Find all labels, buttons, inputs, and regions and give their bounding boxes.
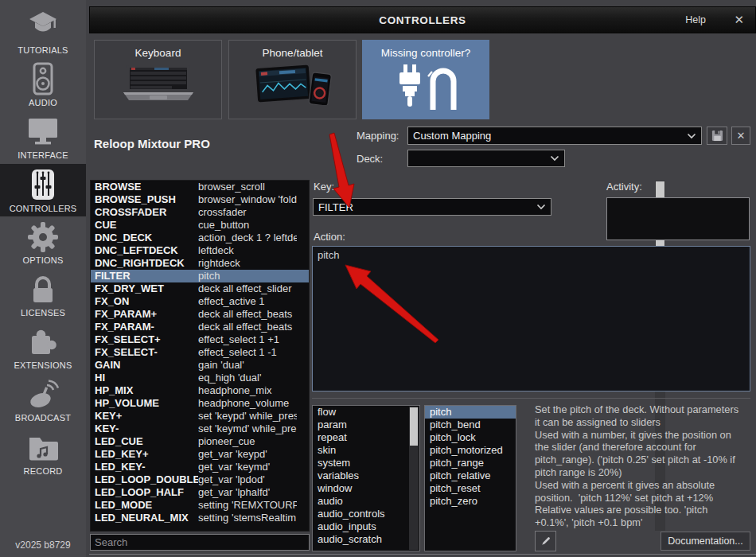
key-action: deck all effect_slider xyxy=(198,282,297,295)
category-item[interactable]: system xyxy=(313,457,419,469)
mapping-delete-button[interactable]: ✕ xyxy=(731,127,750,145)
key-mapping-list[interactable]: BROWSE browser_scroll BROWSE_PUSH browse… xyxy=(90,180,310,532)
key-mapping-row[interactable]: FX_DRY_WET deck all effect_slider xyxy=(91,282,309,295)
key-mapping-row[interactable]: FILTER pitch xyxy=(91,270,309,282)
sidebar-item-options[interactable]: OPTIONS xyxy=(0,221,86,265)
category-item[interactable]: variables xyxy=(313,469,419,482)
key-mapping-row[interactable]: HP_MIX headphone_mix xyxy=(91,384,309,397)
key-mapping-row[interactable]: HP_VOLUME headphone_volume xyxy=(91,397,309,410)
key-mapping-row[interactable]: FX_ON effect_active 1 xyxy=(91,295,309,308)
key-action: rightdeck xyxy=(198,257,297,270)
mixer-sliders-icon xyxy=(27,168,59,201)
key-mapping-row[interactable]: FX_SELECT- effect_select 1 -1 xyxy=(91,346,309,359)
key-mapping-row[interactable]: DNC_DECK action_deck 1 ? leftde xyxy=(91,232,309,244)
key-mapping-row[interactable]: GAIN gain 'dual' xyxy=(91,359,309,372)
deck-select[interactable] xyxy=(407,150,565,167)
key-name: DNC_DECK xyxy=(91,232,198,244)
sidebar-item-label: CONTROLLERS xyxy=(0,204,86,213)
category-list-scrollbar-thumb[interactable] xyxy=(410,407,418,446)
category-item[interactable]: audio_inputs xyxy=(313,520,419,533)
category-item[interactable]: audio_controls xyxy=(313,508,419,520)
category-item[interactable]: audio_scratch xyxy=(313,533,419,546)
key-name: LED_MODE xyxy=(91,499,198,512)
sidebar-item-licenses[interactable]: LICENSES xyxy=(0,274,86,317)
key-action: set 'keymd' while_pre xyxy=(198,423,297,435)
command-item[interactable]: pitch_range xyxy=(425,457,516,469)
category-item[interactable]: repeat xyxy=(313,431,419,444)
key-mapping-row[interactable]: FX_PARAM+ deck all effect_beats xyxy=(91,308,309,321)
key-mapping-row[interactable]: LED_LOOP_HALF get_var 'lphalfd' xyxy=(91,486,309,499)
missing-controller-card[interactable]: Missing controller? xyxy=(362,40,489,119)
key-action: deck all effect_beats xyxy=(198,308,297,321)
divider xyxy=(312,398,750,399)
search-input[interactable] xyxy=(90,534,310,551)
category-item[interactable]: audio xyxy=(313,495,419,508)
keyboard-card[interactable]: Keyboard xyxy=(94,40,222,119)
key-mapping-row[interactable]: FX_SELECT+ effect_select 1 +1 xyxy=(91,333,309,346)
command-item[interactable]: pitch_reset xyxy=(425,482,516,495)
action-category-list[interactable]: flow param repeat skin system variables … xyxy=(312,405,420,551)
help-button[interactable]: Help xyxy=(685,14,706,25)
command-item[interactable]: pitch_motorized xyxy=(425,444,516,457)
command-item[interactable]: pitch_zero xyxy=(425,495,516,508)
key-name: FX_ON xyxy=(91,295,198,308)
description-line: Used with a percent it gives an absolute xyxy=(535,479,754,492)
key-name: DNC_RIGHTDECK xyxy=(91,257,198,270)
key-select[interactable]: FILTER xyxy=(313,198,551,216)
action-command-list[interactable]: pitch pitch_bend pitch_lock pitch_motori… xyxy=(424,405,516,551)
key-name: LED_KEY+ xyxy=(91,448,198,461)
key-mapping-row[interactable]: LED_KEY+ get_var 'keypd' xyxy=(91,448,309,461)
command-item[interactable]: pitch_bend xyxy=(425,419,516,431)
key-mapping-row[interactable]: DNC_RIGHTDECK rightdeck xyxy=(91,257,309,270)
key-mapping-row[interactable]: DNC_LEFTDECK leftdeck xyxy=(91,244,309,257)
key-mapping-row[interactable]: LED_CUE pioneer_cue xyxy=(91,435,309,448)
description-line: the slider (and therefore account for xyxy=(535,441,754,454)
key-mapping-row[interactable]: LED_NEURAL_MIX setting 'stemsRealtim xyxy=(91,512,309,524)
key-action: browser_window 'fold xyxy=(198,193,297,206)
page-title: CONTROLLERS xyxy=(379,14,466,26)
action-editor[interactable]: pitch xyxy=(312,246,750,391)
sidebar-item-broadcast[interactable]: BROADCAST xyxy=(0,379,86,423)
command-item[interactable]: pitch xyxy=(425,406,516,419)
key-mapping-row[interactable]: CUE cue_button xyxy=(91,219,309,232)
sidebar-item-interface[interactable]: INTERFACE xyxy=(0,116,86,160)
sidebar-item-record[interactable]: RECORD xyxy=(0,432,86,476)
key-name: DNC_LEFTDECK xyxy=(91,244,198,257)
edit-action-button[interactable] xyxy=(535,531,556,551)
category-item[interactable]: window xyxy=(313,482,419,495)
sidebar-item-controllers[interactable]: CONTROLLERS xyxy=(0,168,86,213)
category-item[interactable]: param xyxy=(313,419,419,431)
mapping-select[interactable]: Custom Mapping xyxy=(407,127,702,145)
key-mapping-row[interactable]: KEY- set 'keymd' while_pre xyxy=(91,423,309,435)
usb-cable-icon xyxy=(392,64,460,113)
key-mapping-row[interactable]: LED_LOOP_DOUBLE get_var 'lpdod' xyxy=(91,473,309,486)
description-line: pitch range is 20%) xyxy=(535,466,754,479)
sidebar-item-tutorials[interactable]: TUTORIALS xyxy=(0,10,86,55)
key-mapping-row[interactable]: BROWSE browser_scroll xyxy=(91,181,309,193)
key-mapping-row[interactable]: CROSSFADER crossfader xyxy=(91,206,309,219)
key-mapping-row[interactable]: FX_PARAM- deck all effect_beats xyxy=(91,321,309,333)
key-action: headphone_mix xyxy=(198,384,297,397)
sidebar-item-extensions[interactable]: EXTENSIONS xyxy=(0,326,86,370)
key-action: browser_scroll xyxy=(198,181,297,193)
category-list-scrollbar[interactable] xyxy=(409,407,419,550)
key-action: set 'keypd' while_pres xyxy=(198,410,297,423)
phone-tablet-card[interactable]: Phone/tablet xyxy=(228,40,357,119)
key-mapping-row[interactable]: LED_MODE setting 'REMXTOURP xyxy=(91,499,309,512)
monitor-icon xyxy=(25,116,60,148)
category-item[interactable]: flow xyxy=(313,406,419,419)
command-item[interactable]: pitch_lock xyxy=(425,431,516,444)
key-mapping-row[interactable]: BROWSE_PUSH browser_window 'fold xyxy=(91,193,309,206)
close-icon: ✕ xyxy=(737,130,746,142)
key-mapping-row[interactable]: HI eq_high 'dual' xyxy=(91,372,309,384)
sidebar-item-audio[interactable]: AUDIO xyxy=(0,62,86,107)
command-item[interactable]: pitch_relative xyxy=(425,469,516,482)
sidebar-item-label: TUTORIALS xyxy=(0,45,86,55)
category-item[interactable]: skin xyxy=(313,444,419,457)
key-mapping-row[interactable]: KEY+ set 'keypd' while_pres xyxy=(91,410,309,423)
laptop-image xyxy=(121,64,196,103)
documentation-button[interactable]: Documentation... xyxy=(661,532,750,551)
mapping-save-button[interactable] xyxy=(707,127,727,145)
close-icon[interactable]: ✕ xyxy=(734,13,744,27)
key-mapping-row[interactable]: LED_KEY- get_var 'keymd' xyxy=(91,461,309,473)
